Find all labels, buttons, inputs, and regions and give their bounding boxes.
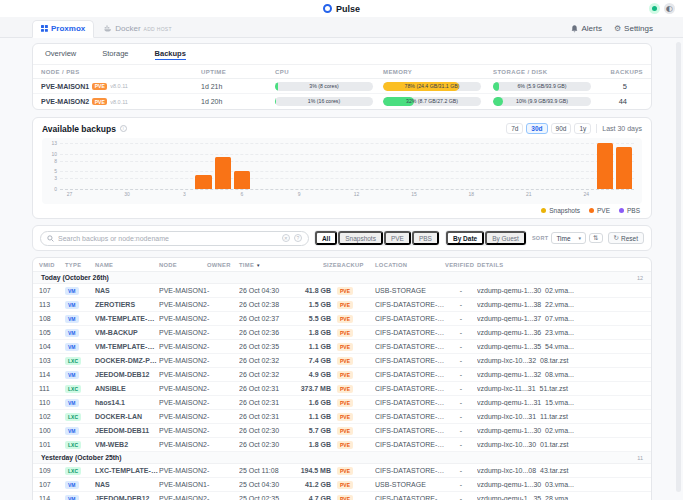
- column-header-name[interactable]: NAME: [95, 258, 159, 271]
- cell-location: CIFS-DATASTORE-NAS: [375, 427, 445, 434]
- cpu-cell: 3% (8 cores): [275, 82, 383, 91]
- cell-type: VM: [65, 399, 95, 407]
- filter-snapshots[interactable]: Snapshots: [338, 231, 383, 245]
- search-box: ✕ ?: [40, 231, 309, 246]
- cell-owner: -: [207, 385, 239, 392]
- filter-all[interactable]: All: [315, 231, 337, 245]
- y-axis-tick: 8: [54, 158, 57, 164]
- group-header-row[interactable]: Yesterday (October 25th)11: [33, 452, 651, 464]
- cell-name: JEEDOM-DEB12: [95, 495, 159, 500]
- cell-vmid: 114: [39, 371, 65, 378]
- alerts-button[interactable]: Alerts: [571, 24, 601, 33]
- column-header-type[interactable]: TYPE: [65, 258, 95, 271]
- cell-time: 26 Oct 02:32: [239, 357, 297, 364]
- backup-row[interactable]: 100VMJEEDOM-DEB11PVE-MAISON2-26 Oct 02:3…: [33, 424, 651, 438]
- backup-row[interactable]: 114VMJEEDOM-DEB12PVE-MAISON2-26 Oct 02:3…: [33, 368, 651, 382]
- pbs-legend-dot-icon: [619, 208, 624, 213]
- clear-search-icon[interactable]: ✕: [282, 234, 290, 242]
- type-badge: LXC: [65, 467, 81, 475]
- type-badge: LXC: [65, 385, 81, 393]
- range-separator: [596, 124, 597, 133]
- filter-pbs[interactable]: PBS: [412, 231, 439, 245]
- cell-details: vzdump-qemu-1...32_08.vma...: [477, 371, 645, 378]
- column-header-details[interactable]: DETAILS: [477, 258, 645, 271]
- column-header-size[interactable]: SIZE: [297, 258, 337, 271]
- backup-row[interactable]: 108VMVM-TEMPLATE-WIN2022PVE-MAISON2-26 O…: [33, 312, 651, 326]
- cell-location: USB-STORAGE: [375, 287, 445, 294]
- group-by-guest[interactable]: By Guest: [485, 231, 526, 245]
- usage-meter: 6% (5.9 GB/93.9 GB): [493, 82, 591, 91]
- connection-status-button[interactable]: [649, 3, 660, 14]
- cell-vmid: 114: [39, 495, 65, 500]
- storage-cell: 6% (5.9 GB/93.9 GB): [493, 82, 603, 91]
- column-header-node[interactable]: NODE: [159, 258, 207, 271]
- usage-meter: 78% (24.4 GB/31.1 GB): [383, 82, 481, 91]
- column-header-backup[interactable]: BACKUP: [337, 258, 375, 271]
- reset-button[interactable]: ↻ Reset: [608, 232, 644, 244]
- nav-tab-proxmox[interactable]: Proxmox: [32, 20, 94, 38]
- backup-row[interactable]: 109LXCLXC-TEMPLATE-DEBIAN12PVE-MAISON2-2…: [33, 464, 651, 478]
- theme-toggle-button[interactable]: ◐: [664, 3, 675, 14]
- column-header-vmid[interactable]: VMID: [39, 258, 65, 271]
- type-badge: VM: [65, 481, 79, 489]
- cell-backup: PVE: [337, 495, 375, 500]
- search-input[interactable]: [58, 235, 278, 242]
- backup-row[interactable]: 111LXCANSIBLEPVE-MAISON2-26 Oct 02:31373…: [33, 382, 651, 396]
- page-scrollbar[interactable]: [676, 42, 681, 492]
- backup-row[interactable]: 102LXCDOCKER-LANPVE-MAISON2-26 Oct 02:31…: [33, 410, 651, 424]
- backup-row[interactable]: 101LXCVM-WEB2PVE-MAISON2-26 Oct 02:301.8…: [33, 438, 651, 452]
- cell-backup: PVE: [337, 385, 375, 393]
- backup-row[interactable]: 103LXCDOCKER-DMZ-PUBPVE-MAISON2-26 Oct 0…: [33, 354, 651, 368]
- cell-backup: PVE: [337, 413, 375, 421]
- column-header-location[interactable]: LOCATION: [375, 258, 445, 271]
- backup-row[interactable]: 107VMNASPVE-MAISON1-26 Oct 04:3041.8 GBP…: [33, 284, 651, 298]
- range-button-30d[interactable]: 30d: [526, 123, 547, 134]
- sort-select[interactable]: Time ▾: [551, 232, 586, 244]
- cell-vmid: 111: [39, 385, 65, 392]
- tab-overview[interactable]: Overview: [45, 49, 76, 60]
- cell-backup: PVE: [337, 357, 375, 365]
- tab-storage[interactable]: Storage: [102, 49, 128, 60]
- cell-backup: PVE: [337, 441, 375, 449]
- chart-bar[interactable]: [234, 171, 250, 189]
- cell-size: 1.1 GB: [297, 413, 337, 420]
- chart-title: Available backups: [42, 124, 116, 134]
- cell-vmid: 103: [39, 357, 65, 364]
- chart-bar[interactable]: [215, 157, 231, 189]
- group-by-date[interactable]: By Date: [446, 231, 484, 245]
- column-header-owner[interactable]: OWNER: [207, 258, 239, 271]
- x-axis-tick: 12: [354, 191, 360, 197]
- settings-label: Settings: [624, 24, 653, 33]
- sort-direction-button[interactable]: ⇅: [589, 233, 602, 244]
- backup-row[interactable]: 113VMZEROTIERSPVE-MAISON2-26 Oct 02:381.…: [33, 298, 651, 312]
- backup-row[interactable]: 105VMVM-BACKUPPVE-MAISON2-26 Oct 02:361.…: [33, 326, 651, 340]
- x-axis-tick: 3: [183, 191, 186, 197]
- node-row[interactable]: PVE-MAISON1PVEv8.0.111d 21h3% (8 cores)7…: [33, 79, 651, 94]
- column-header-verified[interactable]: VERIFIED: [445, 258, 477, 271]
- settings-button[interactable]: ⚙ Settings: [614, 24, 653, 33]
- cell-details: vzdump-lxc-10...32_08.tar.zst: [477, 357, 645, 364]
- nav-tab-docker[interactable]: DockerADD HOST: [96, 21, 180, 37]
- range-button-1y[interactable]: 1y: [574, 123, 591, 134]
- chart-bar[interactable]: [597, 143, 613, 189]
- info-icon[interactable]: i: [120, 125, 127, 132]
- node-row[interactable]: PVE-MAISON2PVEv8.0.111d 20h1% (16 cores)…: [33, 94, 651, 109]
- chart-bar[interactable]: [616, 147, 632, 189]
- backup-row[interactable]: 107VMNASPVE-MAISON1-25 Oct 04:3041.2 GBP…: [33, 478, 651, 492]
- backup-row[interactable]: 104VMVM-TEMPLATE-DEBIAN1...PVE-MAISON2-2…: [33, 340, 651, 354]
- x-axis-tick: 30: [124, 191, 130, 197]
- group-header-row[interactable]: Today (October 26th)12: [33, 272, 651, 284]
- filter-pve[interactable]: PVE: [384, 231, 411, 245]
- cell-time: 25 Oct 02:35: [239, 495, 297, 500]
- cell-type: VM: [65, 301, 95, 309]
- cell-name: DOCKER-LAN: [95, 413, 159, 420]
- chart-bar[interactable]: [195, 175, 211, 189]
- backup-row[interactable]: 114VMJEEDOM-DEB12PVE-MAISON2-25 Oct 02:3…: [33, 492, 651, 500]
- range-button-90d[interactable]: 90d: [551, 123, 572, 134]
- backup-row[interactable]: 110VMhaos14.1PVE-MAISON2-26 Oct 02:311.6…: [33, 396, 651, 410]
- memory-cell: 32% (8.7 GB/27.2 GB): [383, 97, 493, 106]
- column-header-time[interactable]: TIME▼: [239, 258, 297, 271]
- search-help-icon[interactable]: ?: [294, 234, 302, 242]
- tab-backups[interactable]: Backups: [155, 49, 186, 60]
- range-button-7d[interactable]: 7d: [506, 123, 523, 134]
